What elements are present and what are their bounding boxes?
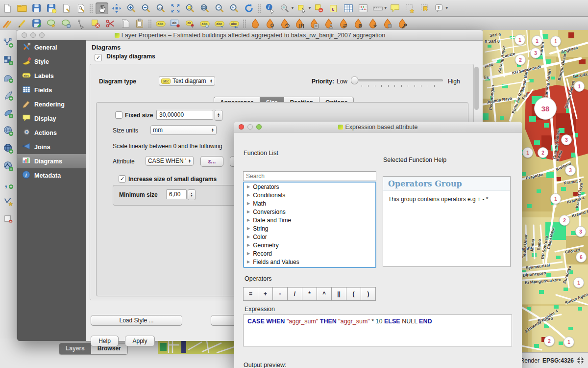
label-abc-2-icon[interactable]: abc (228, 18, 241, 29)
label-abc-eye-icon[interactable]: abc (198, 18, 211, 29)
measure-icon[interactable] (371, 2, 384, 14)
render-label[interactable]: Render (520, 357, 539, 364)
operator-button[interactable]: ( (346, 287, 361, 301)
operator-button[interactable]: || (331, 287, 346, 301)
close-button[interactable] (22, 32, 27, 38)
flame-db-icon[interactable] (381, 18, 394, 29)
zoom-1-1-icon[interactable]: 1:1 (154, 2, 167, 14)
flame-sliders-icon[interactable] (293, 18, 306, 29)
sidebar-item-rendering[interactable]: Rendering (17, 97, 86, 111)
expr-titlebar[interactable]: Expression based attribute (234, 122, 522, 132)
node-tool-icon[interactable] (74, 18, 87, 29)
add-postgis-icon[interactable] (2, 72, 15, 84)
operator-button[interactable]: - (272, 287, 288, 301)
apply-button[interactable]: Apply (125, 336, 155, 346)
blob-star-icon[interactable] (45, 18, 58, 29)
zoom-in-icon[interactable] (125, 2, 138, 14)
expand-icon[interactable]: ▶ (247, 260, 250, 264)
expand-icon[interactable]: ▶ (247, 235, 250, 239)
deselect-icon[interactable] (313, 2, 325, 14)
pan-hand-icon[interactable] (96, 2, 108, 14)
zoom-button[interactable] (39, 32, 45, 38)
operator-button[interactable]: * (302, 287, 317, 301)
display-diagrams-row[interactable]: ✓ Display diagrams (95, 53, 155, 61)
size-units-select[interactable]: mm ▲▼ (150, 125, 217, 135)
function-group-conversions[interactable]: ▶Conversions (244, 208, 375, 216)
zoom-last-icon[interactable] (213, 2, 226, 14)
add-mssql-icon[interactable] (2, 107, 15, 119)
function-group-math[interactable]: ▶Math (244, 199, 375, 208)
minimize-button[interactable] (247, 124, 253, 130)
expand-icon[interactable]: ▶ (247, 184, 250, 189)
flame-list-icon[interactable] (308, 18, 320, 29)
open-folder-icon[interactable] (16, 2, 28, 14)
zoom-next-icon[interactable] (228, 2, 241, 14)
operator-button[interactable]: ^ (317, 287, 332, 301)
field-calc-icon[interactable]: ε (327, 2, 340, 14)
lp-window-controls[interactable] (22, 32, 45, 38)
composer-manager-icon[interactable] (74, 2, 87, 14)
sidebar-item-joins[interactable]: Joins (17, 140, 86, 154)
sidebar-item-display[interactable]: Display (17, 111, 86, 126)
function-group-geometry[interactable]: ▶Geometry (244, 241, 375, 249)
label-abc-1-icon[interactable]: abc (213, 18, 226, 29)
flame-wrench-icon[interactable] (396, 18, 409, 29)
function-group-conditionals[interactable]: ▶Conditionals (244, 191, 375, 199)
flame-refresh-icon[interactable] (278, 18, 291, 29)
flame-gear-icon[interactable] (352, 18, 365, 29)
sidebar-item-general[interactable]: General (17, 40, 86, 54)
flame-download-icon[interactable] (367, 18, 379, 29)
save-edits-icon[interactable] (30, 18, 43, 29)
add-wms-icon[interactable] (2, 125, 15, 137)
dropdown-caret-icon[interactable]: ▼ (384, 6, 388, 10)
function-group-string[interactable]: ▶String (244, 224, 375, 233)
function-group-operators[interactable]: ▶Operators (244, 183, 375, 191)
refresh-icon[interactable] (243, 2, 255, 14)
fixed-size-stepper[interactable]: ▲▼ (215, 110, 222, 121)
blob-node-icon[interactable] (60, 18, 73, 29)
zoom-out-icon[interactable] (140, 2, 152, 14)
flame-person-icon[interactable] (322, 18, 335, 29)
minimum-size-stepper[interactable]: ▲▼ (188, 189, 196, 200)
lp-titlebar[interactable]: Layer Properties – Estimated buildings a… (17, 30, 483, 41)
pencil-icon[interactable] (16, 18, 28, 29)
function-group-date-and-time[interactable]: ▶Date and Time (244, 216, 375, 224)
sidebar-item-labels[interactable]: abcLabels (17, 69, 86, 83)
add-csv-icon[interactable]: , (2, 178, 15, 190)
operator-button[interactable]: / (287, 287, 302, 301)
fixed-size-field[interactable]: 30,00000 (156, 110, 213, 120)
add-spatialite-icon[interactable] (2, 90, 15, 102)
select-gear-icon[interactable] (278, 2, 291, 14)
add-wcs-icon[interactable] (2, 143, 15, 155)
minimum-size-field[interactable]: 6,00 (166, 189, 187, 199)
display-diagrams-checkbox[interactable]: ✓ (95, 54, 102, 61)
load-style-button[interactable]: Load Style ... (91, 315, 182, 326)
add-raster-icon[interactable] (2, 54, 15, 66)
delete-sel-icon[interactable] (89, 18, 102, 29)
close-button[interactable] (239, 124, 244, 130)
zoom-full-icon[interactable] (169, 2, 182, 14)
new-file-icon[interactable] (1, 2, 14, 14)
new-shapefile-icon[interactable] (2, 196, 15, 208)
priority-slider[interactable] (351, 79, 443, 81)
sidebar-item-actions[interactable]: Actions (17, 126, 86, 140)
bookmark-new-icon[interactable] (403, 2, 416, 14)
search-input[interactable] (243, 171, 376, 181)
label-ab-pin-icon[interactable]: ab (184, 18, 196, 29)
dropdown-caret-icon[interactable]: ▼ (291, 6, 294, 10)
add-wfs-icon[interactable] (2, 160, 15, 172)
copy-doc-icon[interactable] (119, 18, 131, 29)
composer-icon[interactable] (60, 2, 73, 14)
crs-status-icon[interactable] (577, 357, 584, 364)
tab-layers[interactable]: Layers (59, 343, 91, 354)
minimize-button[interactable] (30, 32, 36, 38)
attr-table-icon[interactable] (342, 2, 355, 14)
pan-arrows-icon[interactable] (110, 2, 123, 14)
sidebar-item-fields[interactable]: Fields (17, 83, 86, 97)
expand-icon[interactable]: ▶ (247, 251, 250, 256)
save-as-icon[interactable] (45, 2, 58, 14)
expand-icon[interactable]: ▶ (247, 243, 250, 247)
flame-key-icon[interactable] (264, 18, 276, 29)
increase-size-checkbox[interactable]: ✓ (119, 175, 126, 183)
expression-editor[interactable]: CASE WHEN "aggr_sum" THEN "aggr_sum" * 1… (243, 315, 512, 346)
